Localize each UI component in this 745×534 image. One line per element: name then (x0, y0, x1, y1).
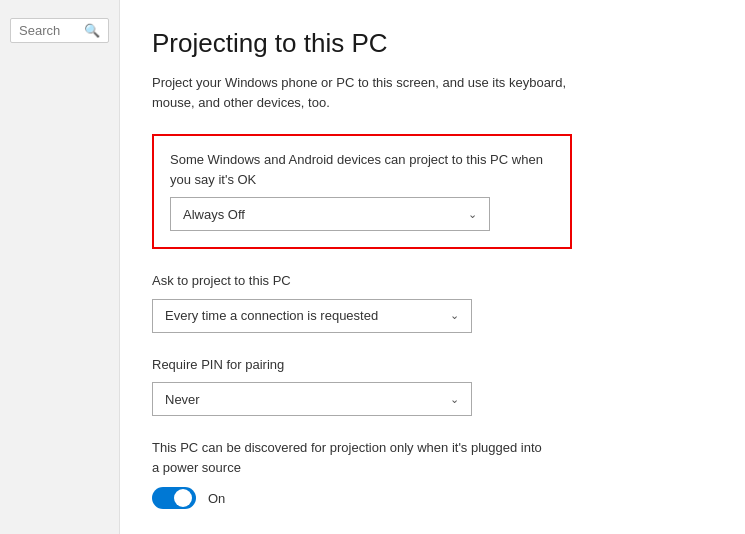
always-off-dropdown[interactable]: Always Off ⌄ (170, 197, 490, 231)
toggle-thumb (174, 489, 192, 507)
page-description: Project your Windows phone or PC to this… (152, 73, 582, 112)
chevron-down-icon: ⌄ (450, 393, 459, 406)
page-title: Projecting to this PC (152, 28, 713, 59)
ask-dropdown[interactable]: Every time a connection is requested ⌄ (152, 299, 472, 333)
sidebar: 🔍 (0, 0, 120, 534)
always-off-value: Always Off (183, 207, 245, 222)
chevron-down-icon: ⌄ (450, 309, 459, 322)
toggle-label: On (208, 491, 225, 506)
pin-dropdown[interactable]: Never ⌄ (152, 382, 472, 416)
search-input[interactable] (19, 23, 84, 38)
highlight-box: Some Windows and Android devices can pro… (152, 134, 572, 249)
pin-value: Never (165, 392, 200, 407)
highlight-label: Some Windows and Android devices can pro… (170, 150, 554, 189)
main-content: Projecting to this PC Project your Windo… (120, 0, 745, 534)
pin-setting-group: Require PIN for pairing Never ⌄ (152, 355, 572, 417)
pin-label: Require PIN for pairing (152, 355, 572, 375)
chevron-down-icon: ⌄ (468, 208, 477, 221)
ask-value: Every time a connection is requested (165, 308, 378, 323)
ask-label: Ask to project to this PC (152, 271, 572, 291)
power-setting-group: This PC can be discovered for projection… (152, 438, 572, 509)
search-box[interactable]: 🔍 (10, 18, 109, 43)
ask-setting-group: Ask to project to this PC Every time a c… (152, 271, 572, 333)
power-toggle[interactable] (152, 487, 196, 509)
search-icon: 🔍 (84, 23, 100, 38)
power-note: This PC can be discovered for projection… (152, 438, 552, 477)
toggle-row: On (152, 487, 572, 509)
